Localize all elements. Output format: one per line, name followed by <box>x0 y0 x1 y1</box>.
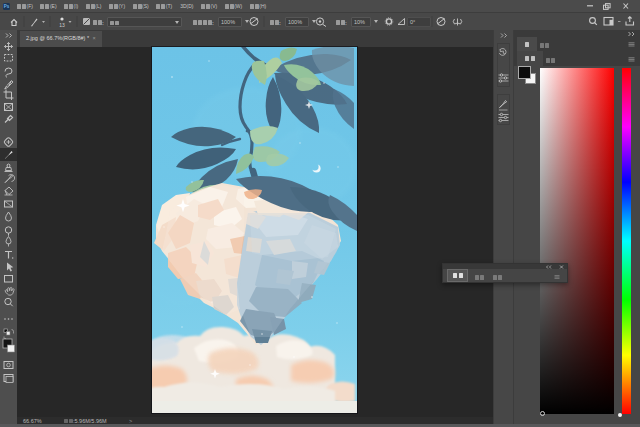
svg-text:13: 13 <box>59 22 65 28</box>
